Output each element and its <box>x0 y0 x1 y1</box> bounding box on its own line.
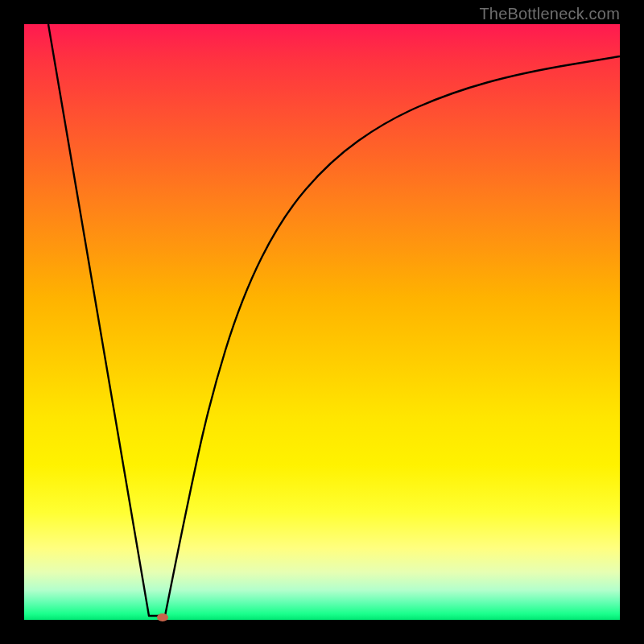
attribution-text: TheBottleneck.com <box>479 5 620 23</box>
bottleneck-curve <box>48 24 620 616</box>
curve-svg <box>24 24 620 620</box>
chart-frame: TheBottleneck.com <box>0 0 644 644</box>
optimum-marker <box>157 613 168 621</box>
plot-area <box>24 24 620 620</box>
